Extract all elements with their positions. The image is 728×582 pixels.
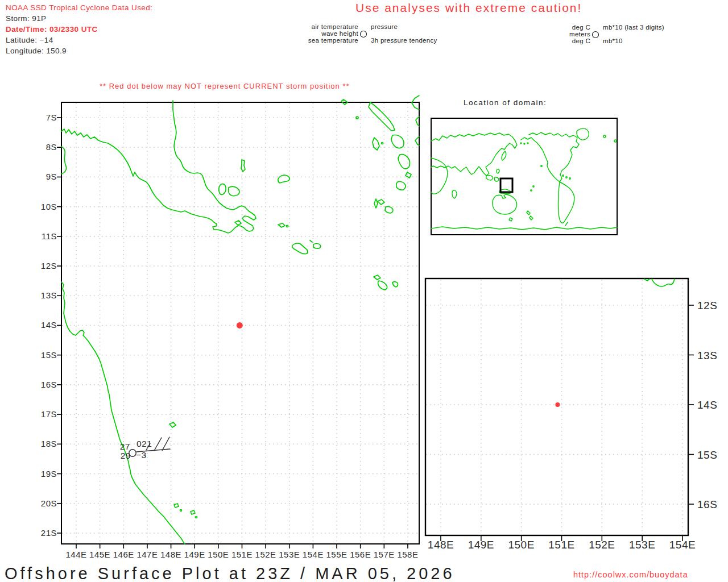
- wind-barb-full-2: [154, 438, 162, 451]
- wind-barb-full-1: [162, 437, 169, 451]
- detail-map-coastlines: [644, 279, 675, 286]
- storm-dot-main: [237, 322, 243, 329]
- station-sea-temp: 29: [121, 451, 131, 460]
- storm-position-dots: [237, 322, 560, 407]
- plot-canvas: 2702129−3: [0, 0, 728, 582]
- domain-locator-square: [500, 178, 512, 192]
- station-pressure: 021: [136, 439, 152, 448]
- world-inset-map: [431, 128, 617, 230]
- station-air-temp: 27: [120, 442, 130, 451]
- station-legend-circle-icon: [361, 31, 367, 38]
- station-pressure-tendency: −3: [136, 450, 147, 460]
- detail-map-frame: [425, 278, 688, 535]
- detail-map-gridlines: [426, 280, 694, 541]
- main-map-coastlines: [61, 95, 419, 544]
- units-legend-circle-icon: [593, 32, 599, 38]
- storm-dot-detail: [555, 402, 560, 407]
- world-inset-frame: [431, 118, 617, 235]
